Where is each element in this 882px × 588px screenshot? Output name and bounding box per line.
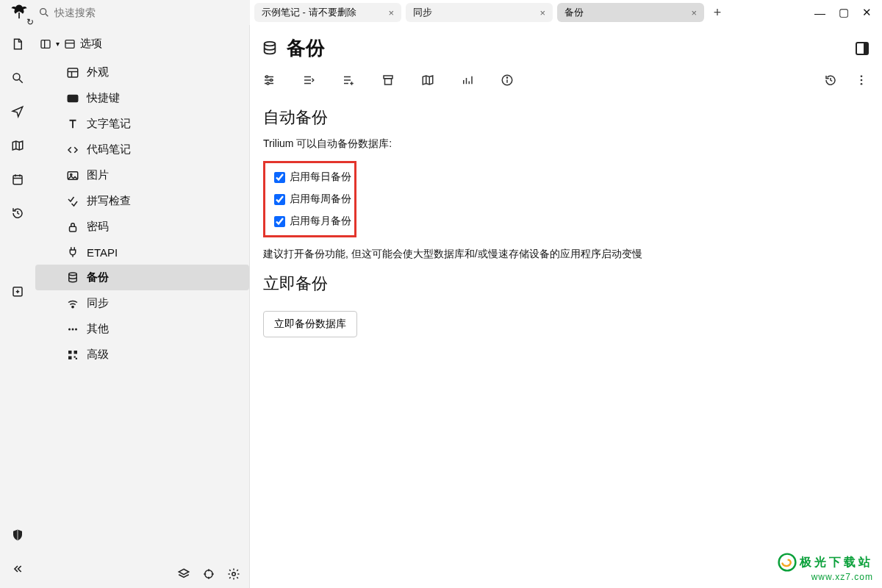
svg-rect-60 [385, 79, 392, 85]
new-tab-button[interactable]: + [709, 4, 726, 21]
svg-point-70 [861, 83, 863, 85]
svg-point-38 [205, 570, 213, 578]
sidebar-item-label: 图片 [87, 168, 109, 182]
sidebar-item-appearance[interactable]: 外观 [35, 60, 249, 85]
history-icon[interactable] [823, 73, 838, 87]
highlighted-checkbox-block: 启用每日备份 启用每周备份 启用每月备份 [263, 161, 356, 237]
page-title: 备份 [287, 35, 325, 61]
svg-line-4 [19, 79, 23, 83]
layers-icon[interactable] [177, 567, 190, 581]
sidebar-item-etapi[interactable]: ETAPI [35, 240, 249, 265]
svg-rect-20 [70, 96, 71, 98]
auto-backup-heading: 自动备份 [263, 107, 869, 129]
window-maximize-button[interactable]: ▢ [839, 6, 849, 19]
archive-icon[interactable] [381, 73, 395, 87]
svg-rect-21 [72, 96, 74, 98]
auto-backup-note: 建议打开备份功能, 但这可能会使大型数据库和/或慢速存储设备的应用程序启动变慢 [263, 248, 869, 261]
lock-icon [66, 220, 79, 234]
tree-root[interactable]: ▾ 选项 [35, 32, 249, 55]
window-close-button[interactable]: ✕ [862, 6, 872, 19]
sidebar-item-spell[interactable]: 拼写检查 [35, 188, 249, 214]
svg-marker-37 [179, 569, 189, 575]
daily-backup-label: 启用每日备份 [290, 171, 351, 184]
tab-label: 备份 [564, 6, 584, 19]
sidebar-item-backup[interactable]: 备份 [35, 265, 249, 290]
sidebar-item-label: 密码 [87, 220, 109, 234]
tab-close-icon[interactable]: × [388, 7, 394, 18]
check-icon [66, 195, 79, 208]
map-icon[interactable] [10, 138, 25, 153]
backup-now-button[interactable]: 立即备份数据库 [263, 311, 357, 337]
enable-monthly-backup-checkbox[interactable] [274, 216, 285, 227]
history-icon[interactable] [10, 206, 25, 220]
info-icon[interactable] [500, 73, 514, 87]
svg-rect-32 [68, 351, 72, 354]
tab-close-icon[interactable]: × [539, 7, 545, 18]
sidebar-item-textnotes[interactable]: 文字笔记 [35, 111, 249, 137]
search-input[interactable] [54, 7, 216, 18]
code-icon [66, 143, 79, 157]
sidebar-item-other[interactable]: 其他 [35, 316, 249, 342]
database-icon [262, 40, 278, 57]
calendar-icon[interactable] [10, 172, 25, 187]
svg-point-1 [40, 9, 46, 15]
search-icon [38, 7, 50, 18]
weekly-backup-label: 启用每周备份 [290, 193, 351, 206]
tab[interactable]: 示例笔记 - 请不要删除× [254, 3, 401, 22]
sidebar-item-label: ETAPI [87, 246, 118, 259]
tab-label: 示例笔记 - 请不要删除 [262, 6, 356, 19]
note-icon[interactable] [10, 37, 25, 51]
app-logo: ↻ [6, 2, 32, 23]
svg-line-2 [46, 14, 48, 16]
svg-point-50 [267, 82, 269, 85]
shield-icon[interactable] [10, 528, 25, 542]
sidebar-item-images[interactable]: 图片 [35, 162, 249, 188]
search-icon[interactable] [10, 71, 25, 85]
map-icon[interactable] [420, 73, 435, 87]
enable-daily-backup-checkbox[interactable] [274, 172, 285, 183]
list-add-icon[interactable] [341, 73, 356, 87]
sliders-icon[interactable] [262, 73, 276, 87]
more-vertical-icon[interactable] [854, 73, 869, 87]
svg-point-30 [72, 328, 74, 330]
options-icon [64, 38, 76, 50]
svg-rect-12 [41, 40, 50, 48]
svg-point-3 [13, 74, 20, 80]
layout-icon [66, 66, 79, 79]
db-icon [66, 271, 79, 284]
tree-list: 外观快捷键文字笔记代码笔记图片拼写检查密码ETAPI备份同步其他高级 [35, 60, 249, 368]
monthly-backup-label: 启用每月备份 [290, 215, 351, 228]
tab-bar: 示例笔记 - 请不要删除×同步×备份×+ [250, 3, 804, 22]
tab[interactable]: 备份× [557, 3, 704, 22]
chevron-down-icon: ▾ [56, 40, 60, 48]
sidebar-item-label: 其他 [87, 322, 109, 336]
sidebar-item-codenotes[interactable]: 代码笔记 [35, 137, 249, 162]
enable-weekly-backup-checkbox[interactable] [274, 194, 285, 205]
sidebar-item-sync[interactable]: 同步 [35, 290, 249, 316]
svg-rect-22 [74, 96, 76, 98]
sidebar-item-label: 代码笔记 [87, 143, 131, 157]
tab[interactable]: 同步× [406, 3, 553, 22]
sidebar-item-password[interactable]: 密码 [35, 214, 249, 240]
dots-icon [66, 323, 79, 336]
svg-rect-16 [68, 68, 78, 77]
svg-point-28 [72, 306, 74, 307]
target-icon[interactable] [202, 567, 215, 581]
window-minimize-button[interactable]: — [814, 7, 825, 19]
tree-root-label: 选项 [80, 37, 102, 51]
gear-icon[interactable] [227, 567, 240, 581]
calendar-add-icon[interactable] [10, 284, 25, 298]
sidebar-item-label: 快捷键 [87, 91, 120, 105]
tab-close-icon[interactable]: × [691, 7, 697, 18]
svg-point-27 [69, 272, 77, 275]
panel-toggle-button[interactable] [856, 42, 869, 55]
svg-rect-26 [70, 226, 76, 232]
send-icon[interactable] [10, 104, 25, 119]
panel-icon [40, 38, 51, 50]
collapse-icon[interactable] [10, 562, 25, 576]
sidebar-item-advanced[interactable]: 高级 [35, 342, 249, 368]
indent-right-icon[interactable] [301, 73, 316, 87]
svg-point-49 [270, 79, 273, 82]
bars-icon[interactable] [460, 73, 475, 87]
sidebar-item-shortcuts[interactable]: 快捷键 [35, 85, 249, 111]
